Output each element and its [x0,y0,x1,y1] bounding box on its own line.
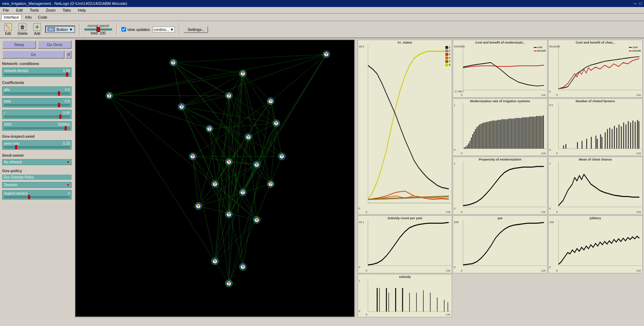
delete-button[interactable]: 🗑 Delete [16,22,29,36]
menu-tabs[interactable]: Tabs [61,8,72,13]
menu-file[interactable]: File [1,8,11,13]
chart-number-cheted: Number of cheted farmers 5.5 0 116 0 [548,98,643,156]
svg-rect-14 [472,134,473,149]
svg-rect-78 [605,132,606,148]
tab-interface[interactable]: Interface [1,14,21,20]
maximize-button[interactable]: □ [639,1,642,6]
go-once-button[interactable]: Go Once [38,40,72,49]
svg-rect-71 [582,141,583,148]
menu-zoom[interactable]: Zoom [44,8,57,13]
minimize-button[interactable]: ─ [633,1,637,6]
menu-edit[interactable]: Edit [15,8,24,13]
svg-rect-25 [487,122,489,149]
add-button[interactable]: + Add [32,22,42,36]
r-slider[interactable]: r 0.90 [2,110,72,119]
tab-bar: Interface Info Code [0,14,644,21]
tab-code[interactable]: Code [35,14,49,20]
main-content: Setup Go Once Go ↺ Network: conditions n… [0,38,644,319]
button-type-selector[interactable]: abc Button ▼ [45,26,75,33]
view-updates-checkbox[interactable] [121,27,126,32]
svg-rect-64 [542,116,543,149]
svg-rect-37 [504,119,505,149]
chart-svg-irr [359,44,451,214]
svg-rect-33 [499,120,500,149]
svg-rect-17 [477,127,478,148]
network-canvas [75,40,355,317]
svg-rect-83 [616,128,617,148]
svg-rect-85 [621,126,622,149]
svg-rect-41 [510,118,511,148]
svg-rect-51 [524,117,525,149]
svg-rect-29 [493,120,494,149]
chart-svg-mod [454,44,546,97]
alfa-slider[interactable]: alfa 0.9 [2,86,72,96]
svg-rect-36 [503,119,504,149]
chart-svg-propensity [454,161,546,214]
setup-button[interactable]: Setup [2,40,36,49]
svg-rect-31 [496,120,497,149]
sws-slider[interactable]: SWS 500000 [2,121,72,131]
svg-rect-28 [492,120,493,149]
edit-icon: ✏️ [4,23,12,31]
svg-rect-89 [630,122,631,148]
chart-area-subsidy: 1 0 116 0 [359,279,451,316]
svg-rect-39 [507,119,508,149]
svg-rect-45 [515,118,516,148]
tab-info[interactable]: Info [23,14,34,20]
svg-rect-82 [614,126,615,149]
chart-irr-status: irr_status 38.5 0 116 0 [358,40,452,215]
continuo-arrow-icon: ▼ [170,27,174,32]
toolbar-divider-2 [117,23,117,36]
seed-ratio-slider[interactable]: seed-ratio 0.20 [2,140,72,150]
inspect-owners-slider[interactable]: inspect-owners 4 [2,190,72,200]
go-loop-button[interactable]: ↺ [65,51,72,59]
go-button[interactable]: Go [2,50,65,59]
svg-rect-55 [529,117,530,149]
edit-button[interactable]: ✏️ Edit [3,22,13,36]
center-panel [74,38,356,319]
beta-slider[interactable]: beta 0.9 [2,98,72,107]
chart-propensity: Propensity of modernization 1 0 116 0 [453,157,547,215]
settings-button[interactable]: Settings... [184,26,208,33]
coefficients-label: Coefficients [2,80,72,85]
svg-rect-81 [611,129,612,149]
gov-subsidy-policy-dropdown[interactable]: Diminish ▼ [2,182,72,188]
svg-rect-74 [595,136,596,149]
svg-rect-50 [522,117,523,149]
svg-rect-91 [635,122,636,149]
svg-rect-22 [484,122,485,148]
continuo-select[interactable]: continu... ▼ [153,27,175,32]
menu-tools[interactable]: Tools [28,8,40,13]
svg-rect-46 [517,118,518,148]
svg-rect-27 [490,121,491,149]
svg-rect-93 [638,121,639,149]
chart-modernization-rate: Modernization rate of irrigation systems… [453,98,547,156]
chart-cost-benefit-mod: Cost and benefit of modernizati... 92000… [453,40,547,98]
chart-mean-cheat: Mean of cheat chance 1 0 116 0 [548,157,643,215]
svg-rect-23 [485,122,486,148]
svg-rect-52 [525,117,526,149]
svg-rect-57 [532,117,533,149]
seed-owner-label: Seed-owner [2,153,72,157]
gov-subsidy-arrow-icon: ▼ [66,183,70,187]
svg-rect-53 [526,117,527,149]
dropdown-arrow-icon: ▼ [69,27,73,32]
window-title: new_Irrigation_Management - NetLogo (D:\… [2,1,127,6]
toolbar-divider-1 [79,23,80,36]
svg-rect-86 [623,122,624,148]
chart-svg-chea [549,44,642,97]
network-density-slider[interactable]: network-density 0.39 [2,67,72,77]
chart-area-modrate: 1 0 116 0 [454,103,546,155]
abc-label: abc [47,27,55,32]
chart-svg-subsidy [359,279,451,316]
gov-policy-label: Gov-policy [2,169,72,173]
menu-help[interactable]: Help [77,8,87,13]
seed-owner-dropdown[interactable]: No otherjob ▼ [2,159,72,165]
svg-rect-13 [471,137,472,149]
svg-rect-75 [597,139,598,149]
toolbar-divider-3 [179,23,180,36]
speed-slider[interactable] [84,28,112,31]
chart-legend-mod: cost benefit [534,46,546,52]
chart-area-cheted: 5.5 0 116 0 [549,103,642,155]
chart-svg-cheted [549,103,642,155]
